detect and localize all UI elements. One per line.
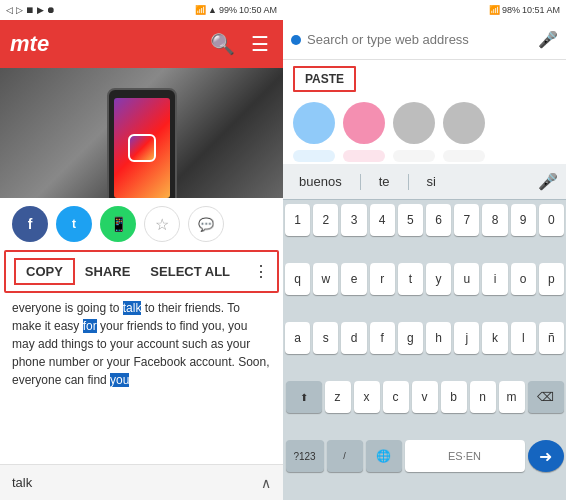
key-9[interactable]: 9 — [511, 204, 536, 236]
key-y[interactable]: y — [426, 263, 451, 295]
key-h[interactable]: h — [426, 322, 451, 354]
suggestion-3[interactable]: si — [419, 174, 444, 189]
left-status-right: 📶 ▲ 99% 10:50 AM — [195, 5, 277, 15]
key-2[interactable]: 2 — [313, 204, 338, 236]
quick-link-label-4 — [443, 150, 485, 162]
key-6[interactable]: 6 — [426, 204, 451, 236]
search-icon[interactable]: 🔍 — [206, 28, 239, 60]
comment-button[interactable]: 💬 — [188, 206, 224, 242]
right-status-right: 📶 98% 10:51 AM — [489, 5, 560, 15]
key-m[interactable]: m — [499, 381, 525, 413]
quick-link-4[interactable] — [443, 102, 485, 144]
key-q[interactable]: q — [285, 263, 310, 295]
menu-icon[interactable]: ☰ — [247, 28, 273, 60]
bookmark-button[interactable]: ☆ — [144, 206, 180, 242]
keyboard-suggestions: buenos te si 🎤 — [283, 164, 566, 200]
key-8[interactable]: 8 — [482, 204, 507, 236]
keyboard-mic-icon[interactable]: 🎤 — [538, 172, 558, 191]
delete-key[interactable]: ⌫ — [528, 381, 564, 413]
key-row-a: a s d f g h j k l ñ — [285, 322, 564, 378]
key-o[interactable]: o — [511, 263, 536, 295]
globe-key[interactable]: 🌐 — [366, 440, 402, 472]
key-7[interactable]: 7 — [454, 204, 479, 236]
left-toolbar: mte 🔍 ☰ — [0, 20, 283, 68]
suggestion-2[interactable]: te — [371, 174, 398, 189]
key-1[interactable]: 1 — [285, 204, 310, 236]
highlighted-word-talk: talk — [123, 301, 142, 315]
more-options-icon[interactable]: ⋮ — [253, 262, 269, 281]
social-share-bar: f t 📱 ☆ 💬 — [0, 198, 283, 250]
key-n-tilde[interactable]: ñ — [539, 322, 564, 354]
bottom-bar-text: talk — [12, 475, 32, 490]
quick-links-row — [283, 98, 566, 148]
suggestion-sep-2 — [408, 174, 409, 190]
key-z[interactable]: z — [325, 381, 351, 413]
delete-icon: ⌫ — [537, 390, 554, 404]
bookmark-icon: ☆ — [155, 215, 169, 234]
key-r[interactable]: r — [370, 263, 395, 295]
key-t[interactable]: t — [398, 263, 423, 295]
space-key[interactable]: ES·EN — [405, 440, 525, 472]
key-5[interactable]: 5 — [398, 204, 423, 236]
key-a[interactable]: a — [285, 322, 310, 354]
quick-link-2[interactable] — [343, 102, 385, 144]
instagram-icon — [128, 134, 156, 162]
copy-button[interactable]: COPY — [14, 258, 75, 285]
key-l[interactable]: l — [511, 322, 536, 354]
highlighted-word-you: you — [110, 373, 129, 387]
key-i[interactable]: i — [482, 263, 507, 295]
key-g[interactable]: g — [398, 322, 423, 354]
shift-key[interactable]: ⬆ — [286, 381, 322, 413]
key-row-numbers: 1 2 3 4 5 6 7 8 9 0 — [285, 204, 564, 260]
key-s[interactable]: s — [313, 322, 338, 354]
quick-links-labels — [283, 148, 566, 164]
share-button[interactable]: SHARE — [75, 260, 141, 283]
key-b[interactable]: b — [441, 381, 467, 413]
key-row-q: q w e r t y u i o p — [285, 263, 564, 319]
key-d[interactable]: d — [341, 322, 366, 354]
twitter-share-button[interactable]: t — [56, 206, 92, 242]
collapse-arrow-icon[interactable]: ∧ — [261, 475, 271, 491]
right-panel: 📶 98% 10:51 AM 🎤 PASTE buenos te si — [283, 0, 566, 500]
key-n[interactable]: n — [470, 381, 496, 413]
key-0[interactable]: 0 — [539, 204, 564, 236]
right-battery: 98% — [502, 5, 520, 15]
facebook-icon: f — [28, 216, 33, 232]
twitter-icon: t — [72, 217, 76, 231]
key-c[interactable]: c — [383, 381, 409, 413]
key-4[interactable]: 4 — [370, 204, 395, 236]
left-battery: 99% — [219, 5, 237, 15]
key-x[interactable]: x — [354, 381, 380, 413]
mic-icon[interactable]: 🎤 — [538, 30, 558, 49]
facebook-share-button[interactable]: f — [12, 206, 48, 242]
secure-dot — [291, 35, 301, 45]
quick-link-1[interactable] — [293, 102, 335, 144]
key-p[interactable]: p — [539, 263, 564, 295]
whatsapp-share-button[interactable]: 📱 — [100, 206, 136, 242]
left-panel: ◁ ▷ ⏹ ▶ ⏺ 📶 ▲ 99% 10:50 AM mte 🔍 ☰ f t 📱 — [0, 0, 283, 500]
right-signal-icon: 📶 — [489, 5, 500, 15]
key-f[interactable]: f — [370, 322, 395, 354]
url-input[interactable] — [307, 32, 532, 47]
select-all-button[interactable]: SELECT ALL — [140, 260, 240, 283]
phone-screen — [114, 98, 170, 198]
numbers-key[interactable]: ?123 — [286, 440, 324, 472]
key-u[interactable]: u — [454, 263, 479, 295]
paste-button[interactable]: PASTE — [293, 66, 356, 92]
status-signal-icon: ◁ ▷ ⏹ ▶ ⏺ — [6, 5, 55, 15]
suggestion-1[interactable]: buenos — [291, 174, 350, 189]
key-j[interactable]: j — [454, 322, 479, 354]
key-v[interactable]: v — [412, 381, 438, 413]
keyboard-rows: 1 2 3 4 5 6 7 8 9 0 q w e r t y u i — [283, 200, 566, 500]
key-e[interactable]: e — [341, 263, 366, 295]
quick-link-3[interactable] — [393, 102, 435, 144]
key-w[interactable]: w — [313, 263, 338, 295]
slash-key[interactable]: / — [327, 440, 363, 472]
left-status-wifi: ▲ — [208, 5, 217, 15]
key-3[interactable]: 3 — [341, 204, 366, 236]
text-context-menu: COPY SHARE SELECT ALL ⋮ — [4, 250, 279, 293]
key-k[interactable]: k — [482, 322, 507, 354]
enter-key[interactable]: ➜ — [528, 440, 564, 472]
keyboard: buenos te si 🎤 1 2 3 4 5 6 7 8 9 0 — [283, 164, 566, 500]
article-image — [0, 68, 283, 198]
